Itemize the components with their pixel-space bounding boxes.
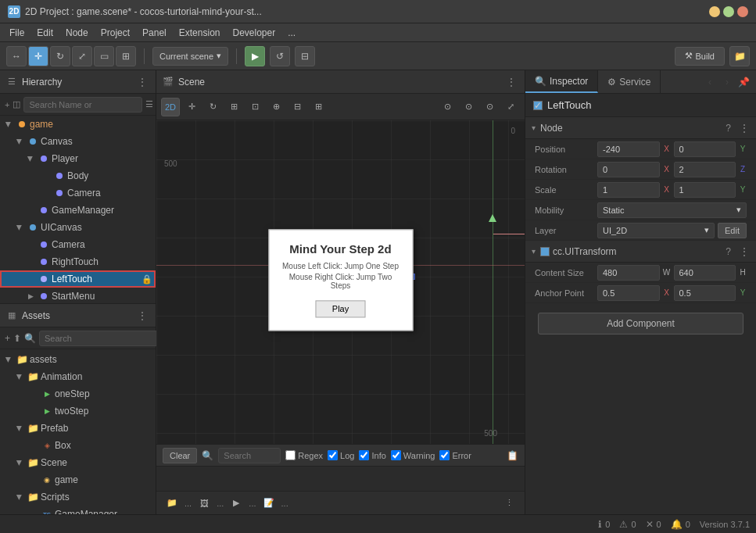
asset-node-gmscript[interactable]: ▶ TS GameManager bbox=[0, 506, 156, 514]
warning-checkbox[interactable] bbox=[391, 450, 401, 460]
asset-node-gamescene[interactable]: ▶ ◉ game bbox=[0, 471, 156, 488]
anchor-x-input[interactable] bbox=[597, 285, 660, 301]
tree-node-lefttouch[interactable]: ▶ LeftTouch 🔒 bbox=[0, 270, 156, 288]
tool-transform-button[interactable]: ⊞ bbox=[116, 46, 136, 66]
refresh-button[interactable]: ↺ bbox=[270, 46, 290, 66]
inspector-pin-button[interactable]: 📌 bbox=[738, 77, 750, 88]
menu-extension[interactable]: Extension bbox=[173, 24, 227, 41]
uitransform-checkbox[interactable] bbox=[540, 247, 550, 256]
log-checkbox[interactable] bbox=[328, 450, 338, 460]
tree-node-camera[interactable]: ▶ Camera bbox=[0, 184, 156, 202]
tool-move-button[interactable]: ↔ bbox=[6, 46, 27, 66]
tree-node-player[interactable]: ▶ Player bbox=[0, 150, 156, 167]
menu-panel[interactable]: Panel bbox=[136, 24, 173, 41]
hierarchy-menu-button[interactable]: ⋮ bbox=[135, 75, 149, 89]
scene-menu-btn-bottom[interactable]: ⋮ bbox=[500, 494, 518, 513]
scene-canvas[interactable]: 0 500 Mind Your Step 2d Mouse Left Click… bbox=[156, 120, 525, 444]
rotation-z-input[interactable] bbox=[674, 162, 736, 177]
asset-node-assets[interactable]: ▶ 📁 assets bbox=[0, 351, 156, 368]
minimize-button[interactable] bbox=[709, 6, 720, 17]
asset-node-twostep[interactable]: ▶ ▶ twoStep bbox=[0, 402, 156, 420]
asset-node-prefab[interactable]: ▶ 📁 Prefab bbox=[0, 420, 156, 437]
scene-settings3[interactable]: ⊙ bbox=[480, 98, 499, 116]
position-x-input[interactable] bbox=[597, 141, 660, 157]
tree-node-startmenu[interactable]: ▶ StartMenu bbox=[0, 288, 156, 303]
console-copy-button[interactable]: 📋 bbox=[507, 450, 518, 461]
scene-center-button[interactable]: ⊕ bbox=[267, 98, 285, 116]
scene-folder-btn[interactable]: 📁 bbox=[163, 494, 181, 513]
asset-node-box[interactable]: ▶ ◈ Box bbox=[0, 437, 156, 454]
scale-x-input[interactable] bbox=[597, 182, 660, 198]
scene-move-button[interactable]: ✛ bbox=[182, 98, 201, 116]
tab-inspector[interactable]: 🔍 Inspector bbox=[525, 70, 598, 93]
tree-node-uicamera[interactable]: ▶ Camera bbox=[0, 236, 156, 253]
tree-node-uicanvas[interactable]: ▶ UICanvas bbox=[0, 219, 156, 236]
menu-node[interactable]: Node bbox=[59, 24, 95, 41]
scene-2d-button[interactable]: 2D bbox=[161, 98, 180, 116]
tree-node-body[interactable]: ▶ Body bbox=[0, 167, 156, 184]
scene-dropdown[interactable]: Current scene ▾ bbox=[152, 47, 228, 66]
asset-node-animation[interactable]: ▶ 📁 Animation bbox=[0, 368, 156, 385]
asset-node-onestep[interactable]: ▶ ▶ oneStep bbox=[0, 385, 156, 402]
layer-dropdown[interactable]: UI_2D ▾ bbox=[597, 223, 715, 238]
scene-settings1[interactable]: ⊙ bbox=[438, 98, 457, 116]
grid-button[interactable]: ⊟ bbox=[295, 46, 315, 66]
scene-script-btn[interactable]: 📝 bbox=[260, 494, 278, 513]
uitransform-help[interactable]: ? bbox=[726, 246, 731, 257]
uitransform-menu[interactable]: ⋮ bbox=[739, 245, 750, 258]
menu-file[interactable]: File bbox=[3, 24, 30, 41]
maximize-button[interactable] bbox=[723, 6, 734, 17]
console-search-input[interactable] bbox=[218, 448, 281, 463]
tool-rect-button[interactable]: ▭ bbox=[94, 46, 114, 66]
node-section-menu[interactable]: ⋮ bbox=[739, 122, 750, 134]
console-info-check[interactable]: Info bbox=[359, 450, 385, 460]
component-enable-checkbox[interactable]: ✓ bbox=[533, 101, 543, 110]
hierarchy-search-settings[interactable]: ☰ bbox=[145, 99, 153, 109]
error-checkbox[interactable] bbox=[439, 450, 450, 460]
rotation-x-input[interactable] bbox=[597, 162, 660, 177]
node-section-help[interactable]: ? bbox=[726, 123, 731, 134]
asset-node-scripts[interactable]: ▶ 📁 Scripts bbox=[0, 488, 156, 506]
assets-search-input[interactable] bbox=[39, 331, 158, 346]
nav-forward-button[interactable]: › bbox=[719, 74, 735, 90]
tree-node-gamemanager[interactable]: ▶ GameManager bbox=[0, 202, 156, 219]
scene-snap-button[interactable]: ⊞ bbox=[309, 98, 328, 116]
assets-add-button[interactable]: + bbox=[5, 331, 10, 345]
mobility-dropdown[interactable]: Static ▾ bbox=[597, 202, 747, 218]
uitransform-section-header[interactable]: ▾ cc.UITransform ? ⋮ bbox=[525, 241, 756, 263]
tool-select-button[interactable]: ✛ bbox=[28, 46, 48, 66]
menu-project[interactable]: Project bbox=[95, 24, 136, 41]
settings-button[interactable]: 📁 bbox=[729, 46, 750, 66]
menu-edit[interactable]: Edit bbox=[30, 24, 59, 41]
scale-y-input[interactable] bbox=[674, 182, 736, 198]
scene-fullscreen[interactable]: ⤢ bbox=[501, 98, 520, 116]
scene-anim-btn[interactable]: ▶ bbox=[227, 494, 245, 513]
scene-fit-button[interactable]: ⊡ bbox=[245, 98, 264, 116]
assets-import-button[interactable]: ⬆ bbox=[13, 331, 21, 345]
tool-rotate-button[interactable]: ↻ bbox=[50, 46, 70, 66]
tree-node-game[interactable]: ▶ game bbox=[0, 116, 156, 133]
tree-node-canvas[interactable]: ▶ Canvas bbox=[0, 133, 156, 150]
info-checkbox[interactable] bbox=[359, 450, 369, 460]
console-error-check[interactable]: Error bbox=[439, 450, 471, 460]
hierarchy-search-input[interactable] bbox=[23, 97, 142, 113]
tree-node-righttouch[interactable]: ▶ RightTouch bbox=[0, 253, 156, 270]
tab-service[interactable]: ⚙ Service bbox=[598, 70, 661, 93]
scene-zoom-button[interactable]: ⊞ bbox=[224, 98, 243, 116]
menu-more[interactable]: ... bbox=[281, 24, 302, 41]
console-regex-check[interactable]: Regex bbox=[285, 450, 323, 460]
close-button[interactable] bbox=[737, 6, 748, 17]
scene-menu-button[interactable]: ⋮ bbox=[504, 75, 518, 89]
position-y-input[interactable] bbox=[674, 141, 736, 157]
regex-checkbox[interactable] bbox=[285, 450, 296, 460]
scene-orbit-button[interactable]: ↻ bbox=[203, 98, 222, 116]
console-log-check[interactable]: Log bbox=[328, 450, 354, 460]
layer-edit-button[interactable]: Edit bbox=[718, 223, 747, 238]
scene-grid-toggle[interactable]: ⊟ bbox=[288, 98, 306, 116]
content-size-h-input[interactable] bbox=[674, 265, 736, 281]
scene-settings2[interactable]: ⊙ bbox=[459, 98, 478, 116]
console-warning-check[interactable]: Warning bbox=[391, 450, 435, 460]
asset-node-scene-folder[interactable]: ▶ 📁 Scene bbox=[0, 454, 156, 471]
game-dialog-play-button[interactable]: Play bbox=[316, 300, 365, 317]
console-clear-button[interactable]: Clear bbox=[163, 448, 197, 463]
